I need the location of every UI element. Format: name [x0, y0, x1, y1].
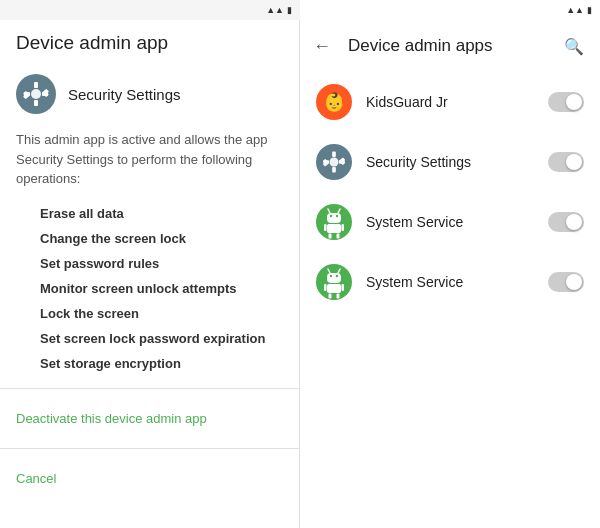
svg-rect-28 — [327, 224, 341, 233]
list-item: 👶 KidsGuard Jr — [300, 72, 600, 132]
operation-item: Erase all data — [40, 201, 283, 226]
deactivate-link[interactable]: Deactivate this device admin app — [0, 401, 299, 436]
svg-rect-30 — [342, 224, 345, 231]
svg-rect-15 — [332, 167, 336, 173]
admin-item-name: KidsGuard Jr — [366, 94, 534, 110]
battery-icon-left: ▮ — [287, 5, 292, 15]
app-name: Security Settings — [68, 86, 181, 103]
svg-rect-40 — [324, 284, 327, 291]
search-icon: 🔍 — [564, 37, 584, 56]
divider-2 — [0, 448, 299, 449]
svg-point-13 — [330, 158, 339, 167]
svg-rect-31 — [329, 234, 332, 239]
admin-apps-list: 👶 KidsGuard Jr — [300, 72, 600, 528]
list-item: Security Settings — [300, 132, 600, 192]
svg-rect-32 — [337, 234, 340, 239]
svg-rect-39 — [327, 284, 341, 293]
admin-toggle[interactable] — [548, 152, 584, 172]
admin-toggle[interactable] — [548, 212, 584, 232]
signal-icon-left: ▲▲ — [266, 5, 284, 15]
operation-item: Lock the screen — [40, 301, 283, 326]
system-service-icon-1 — [316, 204, 352, 240]
right-panel-title: Device admin apps — [348, 36, 548, 56]
svg-point-24 — [330, 215, 332, 217]
app-header: Security Settings — [0, 62, 299, 126]
svg-point-1 — [31, 89, 41, 99]
divider — [0, 388, 299, 389]
svg-rect-2 — [34, 82, 38, 88]
signal-icon-right: ▲▲ — [566, 5, 584, 15]
admin-toggle[interactable] — [548, 272, 584, 292]
svg-rect-3 — [34, 100, 38, 106]
svg-point-25 — [336, 215, 338, 217]
status-icons-right: ▲▲ ▮ — [566, 5, 592, 15]
list-item: System Service — [300, 192, 600, 252]
back-button[interactable]: ← — [304, 28, 340, 64]
system-service-icon-2 — [316, 264, 352, 300]
svg-rect-42 — [329, 294, 332, 299]
status-icons-left: ▲▲ ▮ — [266, 5, 292, 15]
admin-item-name: System Service — [366, 214, 534, 230]
right-header: ← Device admin apps 🔍 — [300, 20, 600, 72]
right-panel: ← Device admin apps 🔍 👶 KidsGuard Jr — [300, 0, 600, 528]
list-item: System Service — [300, 252, 600, 312]
left-panel: Device admin app Security Settings — [0, 0, 300, 528]
svg-point-36 — [336, 275, 338, 277]
battery-icon-right: ▮ — [587, 5, 592, 15]
app-description: This admin app is active and allows the … — [0, 126, 299, 201]
svg-rect-14 — [332, 152, 336, 158]
svg-rect-29 — [324, 224, 327, 231]
cancel-link[interactable]: Cancel — [0, 461, 299, 496]
svg-rect-43 — [337, 294, 340, 299]
operation-item: Set storage encryption — [40, 351, 283, 376]
svg-rect-34 — [327, 273, 341, 283]
admin-item-name: Security Settings — [366, 154, 534, 170]
security-settings-icon — [16, 74, 56, 114]
svg-rect-23 — [327, 213, 341, 223]
kidsguard-icon: 👶 — [316, 84, 352, 120]
admin-toggle[interactable] — [548, 92, 584, 112]
operation-item: Monitor screen unlock attempts — [40, 276, 283, 301]
svg-text:👶: 👶 — [323, 91, 346, 113]
left-panel-title: Device admin app — [0, 20, 299, 62]
operation-item: Change the screen lock — [40, 226, 283, 251]
operation-item: Set screen lock password expiration — [40, 326, 283, 351]
search-button[interactable]: 🔍 — [556, 28, 592, 64]
back-icon: ← — [313, 36, 331, 57]
security-settings-list-icon — [316, 144, 352, 180]
svg-point-35 — [330, 275, 332, 277]
admin-item-name: System Service — [366, 274, 534, 290]
operation-item: Set password rules — [40, 251, 283, 276]
svg-rect-41 — [342, 284, 345, 291]
operations-list: Erase all data Change the screen lock Se… — [0, 201, 299, 376]
